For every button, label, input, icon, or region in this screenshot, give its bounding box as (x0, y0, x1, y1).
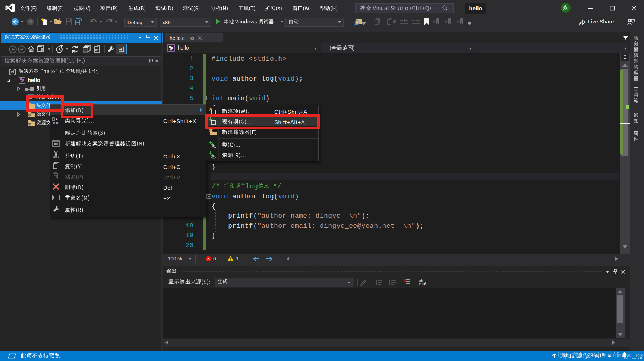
svg-text:c: c (419, 282, 421, 286)
